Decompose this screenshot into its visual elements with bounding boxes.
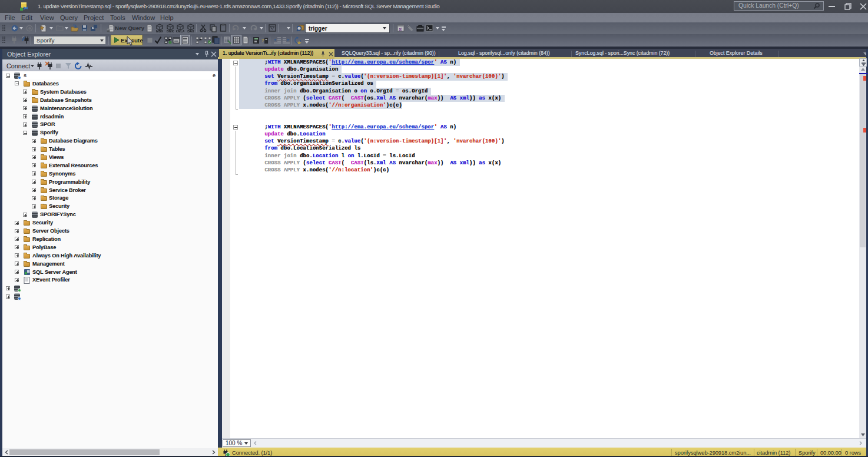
svg-text:?: ? <box>261 38 264 43</box>
svg-text:DMX: DMX <box>167 29 174 32</box>
svg-text:XMLA: XMLA <box>176 29 184 32</box>
svg-text:MDX: MDX <box>156 29 163 32</box>
svg-text:DAX: DAX <box>187 29 194 32</box>
svg-text:x!: x! <box>399 27 402 31</box>
